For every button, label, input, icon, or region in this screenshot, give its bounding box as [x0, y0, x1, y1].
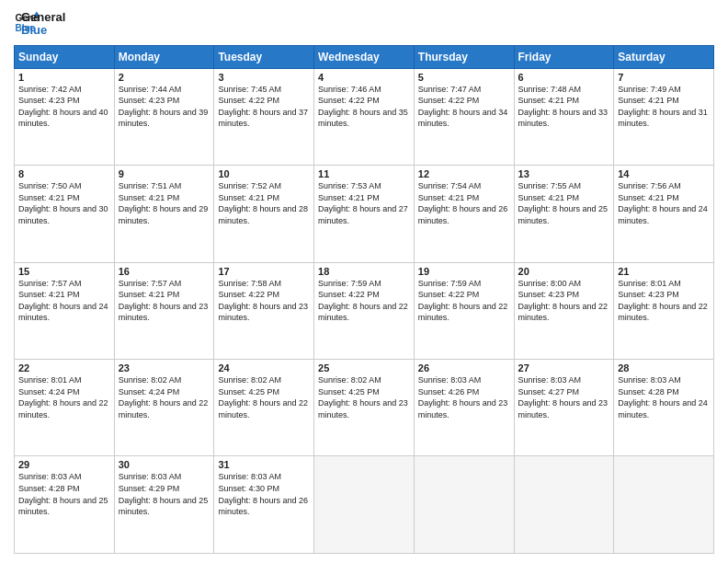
calendar-cell: 22Sunrise: 8:01 AMSunset: 4:24 PMDayligh… [15, 360, 115, 456]
calendar-header-row: SundayMondayTuesdayWednesdayThursdayFrid… [15, 45, 714, 68]
day-info: Sunrise: 8:02 AMSunset: 4:25 PMDaylight:… [218, 374, 310, 420]
day-info: Sunrise: 7:52 AMSunset: 4:21 PMDaylight:… [218, 180, 310, 226]
day-number: 22 [18, 362, 110, 373]
calendar-cell: 19Sunrise: 7:59 AMSunset: 4:22 PMDayligh… [414, 262, 514, 359]
day-info: Sunrise: 7:49 AMSunset: 4:21 PMDaylight:… [618, 84, 710, 130]
day-number: 14 [618, 168, 710, 179]
day-info: Sunrise: 7:55 AMSunset: 4:21 PMDaylight:… [518, 180, 610, 226]
day-info: Sunrise: 7:57 AMSunset: 4:21 PMDaylight:… [18, 278, 110, 324]
day-number: 15 [18, 266, 110, 277]
day-info: Sunrise: 7:51 AMSunset: 4:21 PMDaylight:… [119, 180, 210, 226]
calendar-cell: 7Sunrise: 7:49 AMSunset: 4:21 PMDaylight… [614, 68, 714, 165]
day-info: Sunrise: 7:47 AMSunset: 4:22 PMDaylight:… [418, 84, 510, 130]
day-number: 9 [119, 168, 210, 179]
day-info: Sunrise: 7:57 AMSunset: 4:21 PMDaylight:… [119, 278, 210, 324]
day-number: 29 [18, 459, 110, 470]
calendar-cell: 25Sunrise: 8:02 AMSunset: 4:25 PMDayligh… [314, 360, 415, 456]
day-info: Sunrise: 7:59 AMSunset: 4:22 PMDaylight:… [318, 278, 410, 324]
day-info: Sunrise: 7:48 AMSunset: 4:21 PMDaylight:… [518, 84, 610, 130]
calendar-week-1: 8Sunrise: 7:50 AMSunset: 4:21 PMDaylight… [15, 166, 714, 262]
calendar-cell: 1Sunrise: 7:42 AMSunset: 4:23 PMDaylight… [15, 68, 115, 165]
header-thursday: Thursday [414, 45, 514, 68]
calendar-cell [314, 456, 415, 554]
calendar-table: SundayMondayTuesdayWednesdayThursdayFrid… [14, 45, 714, 554]
calendar-cell: 4Sunrise: 7:46 AMSunset: 4:22 PMDaylight… [314, 68, 415, 165]
calendar-cell: 21Sunrise: 8:01 AMSunset: 4:23 PMDayligh… [614, 262, 714, 359]
calendar-cell: 24Sunrise: 8:02 AMSunset: 4:25 PMDayligh… [214, 360, 314, 456]
day-number: 25 [318, 362, 410, 373]
day-number: 23 [119, 362, 210, 373]
calendar-cell [514, 456, 614, 554]
calendar-cell: 17Sunrise: 7:58 AMSunset: 4:22 PMDayligh… [214, 262, 314, 359]
calendar-week-0: 1Sunrise: 7:42 AMSunset: 4:23 PMDaylight… [15, 68, 714, 165]
header-sunday: Sunday [15, 45, 115, 68]
day-number: 30 [119, 459, 210, 470]
calendar-cell: 23Sunrise: 8:02 AMSunset: 4:24 PMDayligh… [114, 360, 214, 456]
day-number: 28 [618, 362, 710, 373]
calendar-cell: 2Sunrise: 7:44 AMSunset: 4:23 PMDaylight… [114, 68, 214, 165]
day-number: 26 [418, 362, 510, 373]
header-monday: Monday [114, 45, 214, 68]
logo: General Blue General Blue [14, 9, 65, 38]
day-number: 1 [18, 72, 110, 83]
calendar-cell: 20Sunrise: 8:00 AMSunset: 4:23 PMDayligh… [514, 262, 614, 359]
header-tuesday: Tuesday [214, 45, 314, 68]
calendar-cell [614, 456, 714, 554]
day-info: Sunrise: 7:44 AMSunset: 4:23 PMDaylight:… [119, 84, 210, 130]
day-info: Sunrise: 8:03 AMSunset: 4:28 PMDaylight:… [18, 471, 110, 517]
calendar-cell: 30Sunrise: 8:03 AMSunset: 4:29 PMDayligh… [114, 456, 214, 554]
day-number: 20 [518, 266, 610, 277]
page: General Blue General Blue SundayMondayTu… [0, 0, 728, 563]
calendar-cell: 18Sunrise: 7:59 AMSunset: 4:22 PMDayligh… [314, 262, 415, 359]
day-info: Sunrise: 7:54 AMSunset: 4:21 PMDaylight:… [418, 180, 510, 226]
calendar-cell: 27Sunrise: 8:03 AMSunset: 4:27 PMDayligh… [514, 360, 614, 456]
day-number: 8 [18, 168, 110, 179]
day-info: Sunrise: 8:02 AMSunset: 4:24 PMDaylight:… [119, 374, 210, 420]
day-number: 18 [318, 266, 410, 277]
day-number: 4 [318, 72, 410, 83]
calendar-week-3: 22Sunrise: 8:01 AMSunset: 4:24 PMDayligh… [15, 360, 714, 456]
day-info: Sunrise: 7:58 AMSunset: 4:22 PMDaylight:… [218, 278, 310, 324]
calendar-cell: 8Sunrise: 7:50 AMSunset: 4:21 PMDaylight… [15, 166, 115, 262]
calendar-cell: 11Sunrise: 7:53 AMSunset: 4:21 PMDayligh… [314, 166, 415, 262]
day-number: 3 [218, 72, 310, 83]
calendar-week-2: 15Sunrise: 7:57 AMSunset: 4:21 PMDayligh… [15, 262, 714, 359]
day-number: 5 [418, 72, 510, 83]
day-number: 7 [618, 72, 710, 83]
calendar-cell: 26Sunrise: 8:03 AMSunset: 4:26 PMDayligh… [414, 360, 514, 456]
calendar-cell: 3Sunrise: 7:45 AMSunset: 4:22 PMDaylight… [214, 68, 314, 165]
day-info: Sunrise: 8:03 AMSunset: 4:27 PMDaylight:… [518, 374, 610, 420]
day-info: Sunrise: 8:01 AMSunset: 4:24 PMDaylight:… [18, 374, 110, 420]
calendar-cell: 29Sunrise: 8:03 AMSunset: 4:28 PMDayligh… [15, 456, 115, 554]
header: General Blue General Blue [14, 9, 714, 38]
calendar-cell: 13Sunrise: 7:55 AMSunset: 4:21 PMDayligh… [514, 166, 614, 262]
day-info: Sunrise: 8:03 AMSunset: 4:30 PMDaylight:… [218, 471, 310, 517]
day-number: 2 [119, 72, 210, 83]
calendar-cell: 31Sunrise: 8:03 AMSunset: 4:30 PMDayligh… [214, 456, 314, 554]
calendar-cell: 15Sunrise: 7:57 AMSunset: 4:21 PMDayligh… [15, 262, 115, 359]
calendar-cell: 14Sunrise: 7:56 AMSunset: 4:21 PMDayligh… [614, 166, 714, 262]
day-number: 16 [119, 266, 210, 277]
calendar-week-4: 29Sunrise: 8:03 AMSunset: 4:28 PMDayligh… [15, 456, 714, 554]
day-info: Sunrise: 7:50 AMSunset: 4:21 PMDaylight:… [18, 180, 110, 226]
calendar-cell [414, 456, 514, 554]
day-info: Sunrise: 8:02 AMSunset: 4:25 PMDaylight:… [318, 374, 410, 420]
day-number: 13 [518, 168, 610, 179]
day-info: Sunrise: 7:46 AMSunset: 4:22 PMDaylight:… [318, 84, 410, 130]
day-info: Sunrise: 7:56 AMSunset: 4:21 PMDaylight:… [618, 180, 710, 226]
day-info: Sunrise: 8:03 AMSunset: 4:29 PMDaylight:… [119, 471, 210, 517]
header-friday: Friday [514, 45, 614, 68]
logo-general: General [21, 11, 65, 24]
day-number: 12 [418, 168, 510, 179]
day-number: 10 [218, 168, 310, 179]
day-number: 19 [418, 266, 510, 277]
calendar-cell: 16Sunrise: 7:57 AMSunset: 4:21 PMDayligh… [114, 262, 214, 359]
day-number: 6 [518, 72, 610, 83]
day-info: Sunrise: 7:53 AMSunset: 4:21 PMDaylight:… [318, 180, 410, 226]
calendar-cell: 5Sunrise: 7:47 AMSunset: 4:22 PMDaylight… [414, 68, 514, 165]
day-info: Sunrise: 8:03 AMSunset: 4:26 PMDaylight:… [418, 374, 510, 420]
calendar-cell: 6Sunrise: 7:48 AMSunset: 4:21 PMDaylight… [514, 68, 614, 165]
header-saturday: Saturday [614, 45, 714, 68]
day-info: Sunrise: 7:45 AMSunset: 4:22 PMDaylight:… [218, 84, 310, 130]
day-number: 11 [318, 168, 410, 179]
